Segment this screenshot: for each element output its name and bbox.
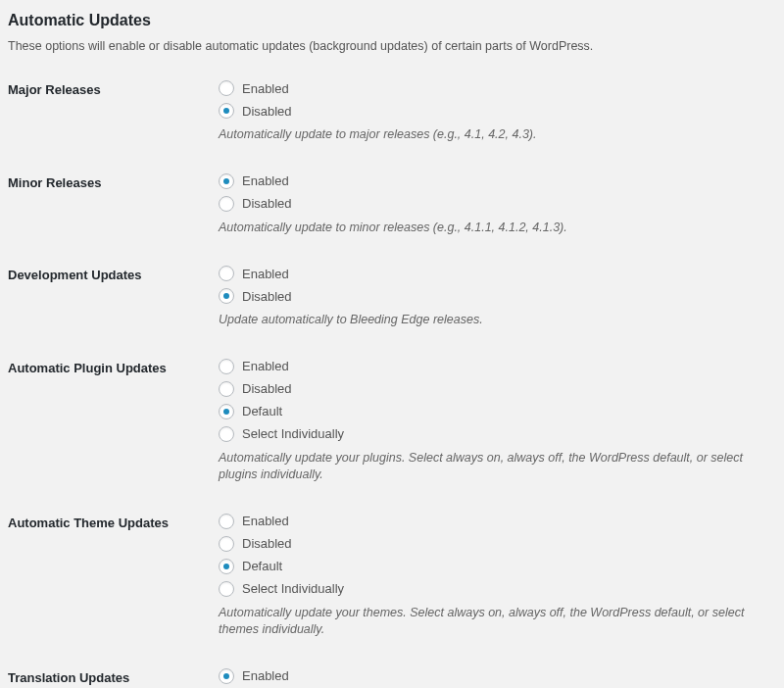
row-theme-updates: Automatic Theme Updates Enabled Disabled… [8, 514, 776, 639]
radio-theme-enabled[interactable]: Enabled [219, 514, 776, 529]
controls-minor-releases: Enabled Disabled Automatically update to… [219, 173, 776, 237]
label-dev-updates: Development Updates [8, 266, 219, 282]
radio-label: Default [242, 404, 282, 418]
radio-icon [219, 288, 234, 304]
controls-theme-updates: Enabled Disabled Default Select Individu… [219, 514, 776, 639]
radio-label: Select Individually [242, 581, 344, 596]
radio-icon [219, 559, 234, 574]
radio-label: Default [242, 559, 282, 573]
radio-icon [219, 426, 234, 442]
desc-major: Automatically update to major releases (… [219, 126, 776, 144]
desc-plugin: Automatically update your plugins. Selec… [219, 450, 776, 484]
label-theme-updates: Automatic Theme Updates [8, 514, 219, 530]
radio-label: Disabled [242, 196, 292, 211]
desc-theme: Automatically update your themes. Select… [219, 605, 776, 639]
page-description: These options will enable or disable aut… [8, 39, 776, 53]
radio-icon [219, 80, 234, 96]
radio-label: Disabled [242, 104, 292, 119]
radio-plugin-enabled[interactable]: Enabled [219, 359, 776, 374]
radio-translation-enabled[interactable]: Enabled [219, 668, 776, 684]
controls-major-releases: Enabled Disabled Automatically update to… [219, 80, 776, 144]
page-title: Automatic Updates [8, 12, 776, 29]
row-plugin-updates: Automatic Plugin Updates Enabled Disable… [8, 359, 776, 484]
radio-plugin-disabled[interactable]: Disabled [219, 381, 776, 397]
radio-icon [219, 359, 234, 374]
radio-plugin-default[interactable]: Default [219, 404, 776, 419]
row-dev-updates: Development Updates Enabled Disabled Upd… [8, 266, 776, 329]
label-major-releases: Major Releases [8, 80, 219, 97]
radio-icon [219, 266, 234, 281]
radio-icon [219, 196, 234, 212]
radio-icon [219, 536, 234, 552]
radio-plugin-select[interactable]: Select Individually [219, 426, 776, 442]
radio-minor-enabled[interactable]: Enabled [219, 173, 776, 189]
radio-label: Enabled [242, 173, 289, 188]
radio-label: Enabled [242, 267, 289, 281]
radio-icon [219, 381, 234, 397]
radio-icon [219, 514, 234, 529]
radio-label: Disabled [242, 381, 292, 396]
controls-plugin-updates: Enabled Disabled Default Select Individu… [219, 359, 776, 484]
radio-icon [219, 173, 234, 189]
radio-label: Enabled [242, 514, 289, 528]
radio-label: Enabled [242, 81, 289, 96]
controls-translation-updates: Enabled Disabled Automatically update yo… [219, 668, 776, 689]
controls-dev-updates: Enabled Disabled Update automatically to… [219, 266, 776, 329]
label-minor-releases: Minor Releases [8, 173, 219, 190]
radio-major-disabled[interactable]: Disabled [219, 103, 776, 119]
radio-theme-default[interactable]: Default [219, 559, 776, 574]
radio-label: Select Individually [242, 426, 344, 441]
radio-label: Enabled [242, 668, 289, 683]
radio-label: Disabled [242, 536, 292, 551]
radio-dev-disabled[interactable]: Disabled [219, 288, 776, 304]
radio-label: Enabled [242, 359, 289, 373]
radio-theme-select[interactable]: Select Individually [219, 581, 776, 597]
radio-minor-disabled[interactable]: Disabled [219, 196, 776, 212]
radio-icon [219, 103, 234, 119]
row-minor-releases: Minor Releases Enabled Disabled Automati… [8, 173, 776, 237]
desc-minor: Automatically update to minor releases (… [219, 220, 776, 237]
radio-label: Disabled [242, 289, 292, 304]
radio-theme-disabled[interactable]: Disabled [219, 536, 776, 552]
radio-major-enabled[interactable]: Enabled [219, 80, 776, 96]
label-plugin-updates: Automatic Plugin Updates [8, 359, 219, 375]
radio-icon [219, 668, 234, 684]
radio-icon [219, 581, 234, 597]
row-translation-updates: Translation Updates Enabled Disabled Aut… [8, 668, 776, 689]
radio-dev-enabled[interactable]: Enabled [219, 266, 776, 281]
radio-icon [219, 404, 234, 419]
row-major-releases: Major Releases Enabled Disabled Automati… [8, 80, 776, 144]
label-translation-updates: Translation Updates [8, 668, 219, 685]
desc-dev: Update automatically to Bleeding Edge re… [219, 312, 776, 329]
